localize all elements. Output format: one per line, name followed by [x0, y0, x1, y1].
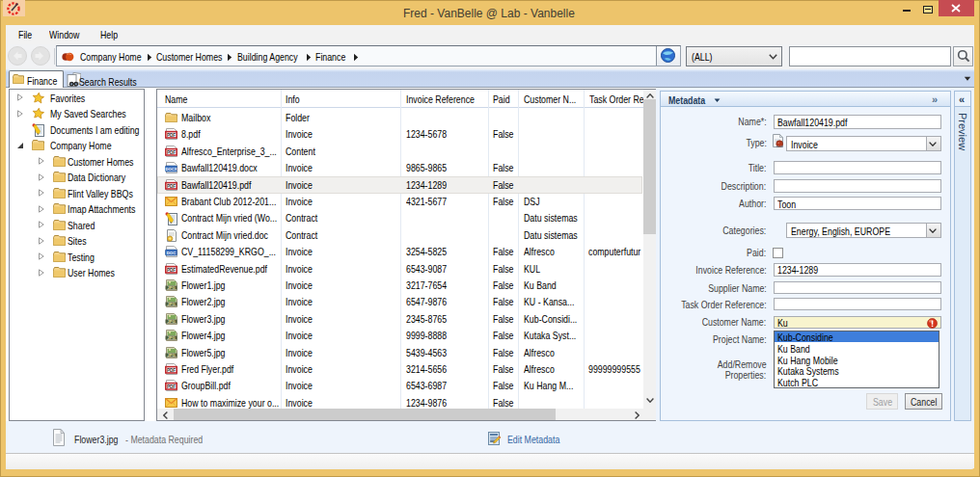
svg-text:JPG: JPG [167, 302, 175, 306]
svg-text:PDF: PDF [166, 368, 175, 373]
svg-text:PDF: PDF [166, 149, 175, 154]
svg-text:PDF: PDF [166, 133, 175, 138]
svg-text:DOC: DOC [166, 251, 175, 255]
svg-text:PDF: PDF [166, 267, 175, 272]
svg-text:DOCX: DOCX [165, 167, 177, 172]
svg-text:JPG: JPG [167, 319, 175, 324]
svg-text:JPG: JPG [167, 335, 175, 340]
svg-text:JPG: JPG [167, 285, 175, 290]
svg-text:PDF: PDF [166, 384, 175, 389]
svg-text:JPG: JPG [167, 352, 175, 357]
svg-text:PDF: PDF [166, 183, 175, 188]
